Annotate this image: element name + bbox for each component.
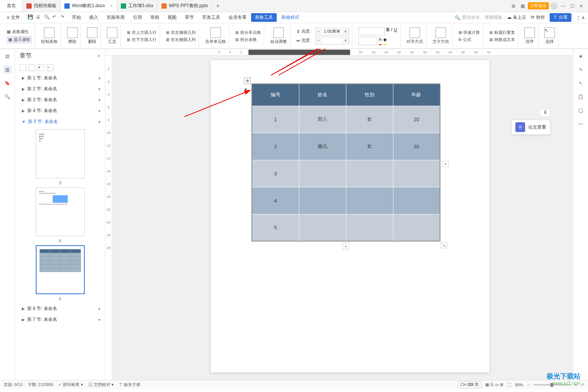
sort-icon[interactable]: [524, 27, 535, 38]
width-plus[interactable]: +: [343, 38, 349, 43]
print-icon[interactable]: 🖨: [36, 14, 43, 21]
avatar[interactable]: [550, 2, 558, 10]
status-spell[interactable]: ✓ 拼写检查 ▾: [58, 382, 83, 387]
height-value[interactable]: 2.00厘米: [321, 29, 343, 34]
table-header-row[interactable]: 编号 姓名 性别 年龄: [252, 84, 440, 106]
circle-icon[interactable]: ◯: [577, 106, 585, 114]
panel-tool-2[interactable]: [29, 64, 35, 71]
login-button[interactable]: 立即登录: [528, 2, 549, 9]
menu-vip[interactable]: 会员专享: [225, 13, 250, 22]
panel-tool-4[interactable]: −: [47, 64, 53, 71]
tab-template[interactable]: 找稻壳模板: [23, 0, 61, 12]
status-content[interactable]: ▤ 文档校对 ▾: [88, 382, 114, 387]
erase-icon[interactable]: [67, 27, 78, 38]
search-panel-icon[interactable]: 🔍: [3, 93, 12, 101]
grid-icon[interactable]: ⊞: [510, 2, 517, 10]
panel-tool-1[interactable]: [20, 64, 26, 71]
outline-icon[interactable]: ▤: [3, 52, 12, 60]
menu-insert[interactable]: 插入: [85, 13, 102, 22]
to-text-button[interactable]: ⊞ 转换成文本: [489, 37, 515, 43]
header-repeat-button[interactable]: ⊞ 标题行重复: [489, 30, 515, 35]
share-button[interactable]: ⇪ 分享: [550, 13, 571, 22]
select-icon[interactable]: ↖: [544, 27, 555, 38]
status-page[interactable]: 页面: 9/13: [4, 382, 23, 387]
pen-icon[interactable]: ✎: [577, 65, 585, 74]
split-table-button[interactable]: ⊞ 拆分表格: [235, 37, 257, 43]
menu-more-icon[interactable]: ⋮ ∧: [576, 15, 585, 20]
underline-button[interactable]: U: [394, 27, 397, 35]
tab-home[interactable]: 首页: [0, 0, 23, 12]
book-icon[interactable]: ▭: [577, 120, 585, 128]
table-row[interactable]: 4: [252, 187, 440, 214]
page-thumb-5[interactable]: [36, 245, 85, 294]
chapter-icon[interactable]: ▥: [3, 65, 12, 74]
view-mode-icons[interactable]: ▦ ☰ ▭ ⊞: [485, 382, 503, 387]
italic-button[interactable]: I: [391, 27, 392, 35]
autofit-icon[interactable]: [273, 27, 284, 38]
table-row[interactable]: 5: [252, 214, 440, 241]
th-name[interactable]: 姓名: [299, 84, 346, 106]
menu-review[interactable]: 审阅: [146, 13, 163, 22]
bookmark-icon[interactable]: 🔖: [3, 79, 12, 87]
table-row[interactable]: 2杨九女20: [252, 133, 440, 160]
section-item-1[interactable]: ▶第 1 节: 未命名▾: [15, 73, 105, 84]
fill-color-button[interactable]: ◆: [383, 37, 387, 45]
draw-table-icon[interactable]: [44, 27, 55, 38]
align-icon[interactable]: [410, 27, 420, 38]
minimize-icon[interactable]: —: [559, 2, 567, 10]
page-thumb-4[interactable]: headingtext text text text text texttext…: [36, 187, 85, 236]
insert-left-button[interactable]: ⊞ 在左侧插入列: [166, 30, 196, 35]
status-words[interactable]: 字数: 21/2855: [28, 382, 53, 387]
height-spinner[interactable]: −2.00厘米+: [315, 28, 349, 35]
height-minus[interactable]: −: [315, 29, 321, 34]
add-row-button[interactable]: +: [343, 243, 349, 249]
font-color-button[interactable]: A: [379, 37, 382, 45]
merge-icon[interactable]: [210, 27, 221, 38]
tab-add[interactable]: +: [212, 3, 224, 9]
section-item-7[interactable]: ▶第 7 节: 未命名▾: [15, 314, 105, 325]
section-item-4[interactable]: ▶第 4 节: 未命名▾: [15, 105, 105, 116]
show-frame-button[interactable]: ▦ 显示虚框: [7, 36, 32, 43]
section-item-3[interactable]: ▶第 3 节: 未命名▾: [15, 94, 105, 105]
insert-above-button[interactable]: ⊞ 在上方插入行: [127, 30, 157, 35]
textdir-icon[interactable]: [436, 27, 446, 38]
height-plus[interactable]: +: [343, 29, 349, 34]
menu-table-tools[interactable]: 表格工具: [251, 13, 277, 22]
resize-handle[interactable]: ⤡: [440, 242, 447, 248]
tab-ppt[interactable]: WPS PPT教程.pptx: [158, 0, 212, 12]
document-table[interactable]: 编号 姓名 性别 年龄 1郑八女20 2杨九女20 3 4 5: [251, 84, 440, 242]
close-window-icon[interactable]: ✕: [577, 2, 585, 10]
panel-close-icon[interactable]: ×: [97, 53, 101, 59]
table-row[interactable]: 1郑八女20: [252, 106, 440, 133]
zoom-out[interactable]: −: [527, 383, 529, 387]
menu-chapter[interactable]: 章节: [181, 13, 198, 22]
plagiarism-panel[interactable]: ⎘ 论文查重: [511, 120, 550, 135]
panel-tool-3[interactable]: +: [38, 64, 44, 71]
diamond-icon[interactable]: ◈: [577, 52, 585, 60]
section-item-5[interactable]: ▼第 5 节: 未命名▾: [15, 116, 105, 127]
maximize-icon[interactable]: ☐: [568, 2, 576, 10]
ime-indicator[interactable]: CH ⌨ 简: [458, 381, 481, 388]
menu-file[interactable]: ≡ 文件: [3, 13, 24, 22]
formula-button[interactable]: fx 公式: [459, 37, 472, 43]
menu-layout[interactable]: 页面布局: [103, 13, 128, 22]
menu-table-style[interactable]: 表格样式: [277, 13, 303, 22]
width-minus[interactable]: −: [315, 38, 321, 43]
redo-icon[interactable]: ↷: [61, 14, 67, 21]
tab-word-doc[interactable]: Word教程2.docx×: [61, 0, 117, 12]
insert-right-button[interactable]: ⊞ 在右侧插入列: [166, 37, 196, 43]
menu-start[interactable]: 开始: [68, 13, 85, 22]
zoom-value[interactable]: 90%: [515, 383, 523, 387]
fit-icon[interactable]: ⛶: [507, 383, 511, 387]
close-icon[interactable]: ×: [110, 3, 113, 9]
table-move-handle[interactable]: ✥: [244, 77, 251, 84]
section-item-6[interactable]: ▶第 6 节: 未命名▾: [15, 303, 105, 314]
sum-icon[interactable]: [107, 27, 117, 38]
vertical-ruler[interactable]: 2246810121416182022242628: [105, 56, 112, 380]
clipboard-icon[interactable]: 📋: [577, 93, 585, 101]
split-cell-button[interactable]: ⊞ 拆分单元格: [235, 30, 261, 35]
status-font[interactable]: ⊤ 缺失字体: [119, 382, 140, 387]
font-size-select[interactable]: [358, 37, 377, 45]
table-props-button[interactable]: ▦ 表格属性: [7, 29, 29, 35]
bold-button[interactable]: B: [386, 27, 390, 35]
